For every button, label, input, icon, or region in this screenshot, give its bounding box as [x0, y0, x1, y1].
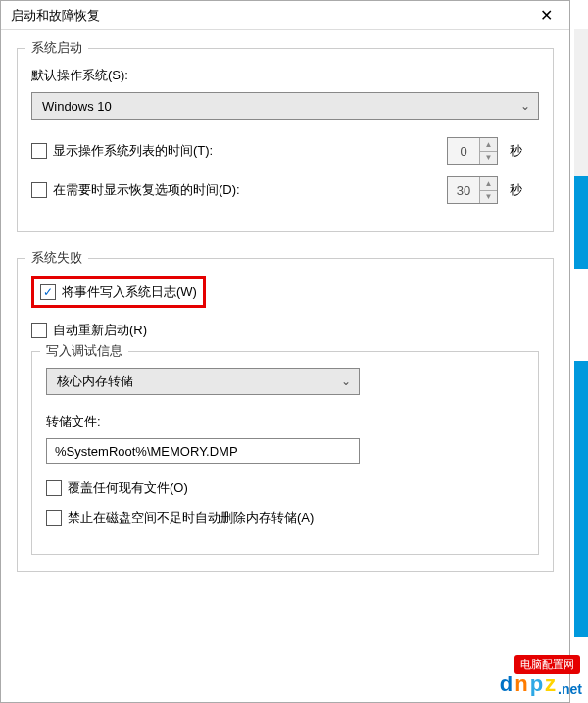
debug-info-group: 写入调试信息 核心内存转储 ⌄ 转储文件: 覆盖任何现有文件(O) 禁止在磁盘空…	[31, 351, 539, 555]
default-os-select[interactable]: Windows 10 ⌄	[31, 92, 539, 120]
show-os-list-label: 显示操作系统列表的时间(T):	[53, 142, 213, 160]
logo-letter: n	[514, 672, 527, 697]
show-os-list-spinner[interactable]: ▲ ▼	[447, 137, 498, 165]
spin-down-icon[interactable]: ▼	[480, 152, 497, 165]
background-strip	[574, 29, 588, 176]
write-log-checkbox[interactable]: ✓	[40, 284, 56, 300]
overwrite-label: 覆盖任何现有文件(O)	[68, 479, 188, 497]
default-os-label: 默认操作系统(S):	[31, 67, 539, 84]
write-log-label: 将事件写入系统日志(W)	[62, 283, 197, 301]
show-os-list-row: 显示操作系统列表的时间(T): ▲ ▼ 秒	[31, 137, 539, 165]
spinner-buttons[interactable]: ▲ ▼	[479, 177, 497, 203]
logo-letter: z	[545, 672, 556, 697]
logo-net: .net	[558, 681, 582, 697]
dump-file-input[interactable]	[46, 438, 360, 464]
system-failure-group: 系统失败 ✓ 将事件写入系统日志(W) 自动重新启动(R) 写入调试信息 核心内…	[17, 258, 554, 572]
background-strip	[574, 176, 588, 637]
overwrite-checkbox[interactable]	[46, 480, 62, 496]
show-recovery-checkbox[interactable]	[31, 182, 47, 198]
system-startup-group: 系统启动 默认操作系统(S): Windows 10 ⌄ 显示操作系统列表的时间…	[17, 48, 554, 232]
close-icon: ✕	[540, 6, 553, 25]
spin-down-icon[interactable]: ▼	[480, 191, 497, 204]
show-recovery-spinner[interactable]: ▲ ▼	[447, 176, 498, 204]
show-os-list-value[interactable]	[448, 138, 479, 164]
auto-restart-checkbox[interactable]	[31, 323, 47, 338]
system-startup-legend: 系统启动	[25, 39, 88, 57]
auto-restart-row: 自动重新启动(R)	[31, 322, 539, 339]
show-recovery-label: 在需要时显示恢复选项的时间(D):	[53, 181, 240, 199]
seconds-unit: 秒	[510, 181, 539, 199]
show-os-list-checkbox[interactable]	[31, 143, 47, 159]
dump-file-label: 转储文件:	[46, 413, 524, 430]
no-delete-checkbox[interactable]	[46, 510, 62, 526]
write-log-highlight: ✓ 将事件写入系统日志(W)	[31, 276, 206, 308]
chevron-down-icon: ⌄	[520, 99, 530, 113]
overwrite-row: 覆盖任何现有文件(O)	[46, 479, 524, 497]
chevron-down-icon: ⌄	[341, 375, 351, 388]
titlebar: 启动和故障恢复 ✕	[1, 1, 569, 30]
seconds-unit: 秒	[510, 142, 539, 160]
logo-letter: d	[500, 672, 513, 697]
startup-recovery-dialog: 启动和故障恢复 ✕ 系统启动 默认操作系统(S): Windows 10 ⌄ 显…	[0, 0, 570, 703]
no-delete-row: 禁止在磁盘空间不足时自动删除内存转储(A)	[46, 509, 524, 527]
auto-restart-label: 自动重新启动(R)	[53, 322, 147, 339]
dump-type-value: 核心内存转储	[57, 373, 133, 390]
dialog-content: 系统启动 默认操作系统(S): Windows 10 ⌄ 显示操作系统列表的时间…	[1, 30, 569, 615]
watermark-logo: d n p z .net	[500, 672, 582, 697]
spin-up-icon[interactable]: ▲	[480, 177, 497, 191]
system-failure-legend: 系统失败	[25, 249, 88, 267]
close-button[interactable]: ✕	[526, 2, 565, 29]
dump-type-select[interactable]: 核心内存转储 ⌄	[46, 368, 360, 395]
debug-info-legend: 写入调试信息	[40, 342, 128, 360]
default-os-value: Windows 10	[42, 99, 112, 114]
window-title: 启动和故障恢复	[11, 7, 100, 25]
spinner-buttons[interactable]: ▲ ▼	[479, 138, 497, 164]
no-delete-label: 禁止在磁盘空间不足时自动删除内存转储(A)	[68, 509, 314, 527]
show-recovery-value[interactable]	[448, 177, 479, 203]
show-recovery-row: 在需要时显示恢复选项的时间(D): ▲ ▼ 秒	[31, 176, 539, 204]
spin-up-icon[interactable]: ▲	[480, 138, 497, 152]
logo-letter: p	[530, 672, 543, 697]
